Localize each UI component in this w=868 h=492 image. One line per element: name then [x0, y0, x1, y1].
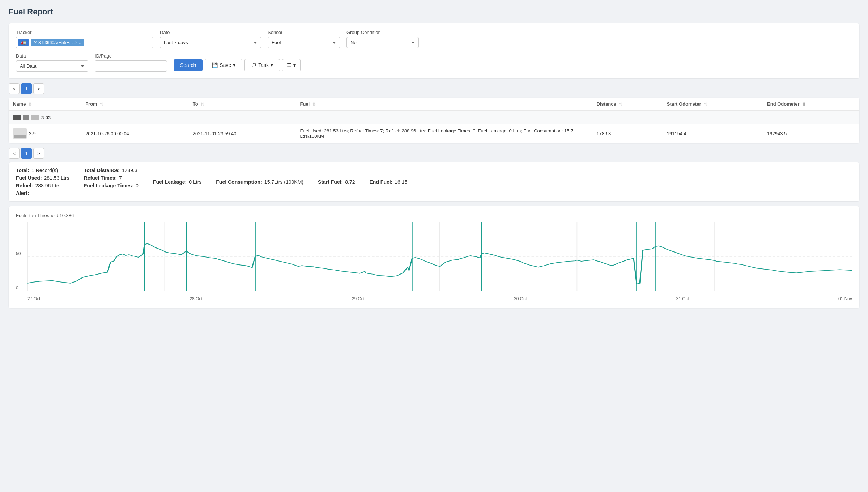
table-row: 3-9... 2021-10-26 00:00:04 2021-11-01 23… — [9, 124, 859, 143]
columns-button[interactable]: ☰ ▾ — [282, 59, 301, 71]
sort-start-odo-icon: ⇅ — [704, 102, 707, 107]
name-icon-dark — [13, 115, 21, 120]
idpage-label: ID/Page — [95, 53, 167, 59]
data-table: Name ⇅ From ⇅ To ⇅ Fuel ⇅ Distance ⇅ Sta… — [9, 98, 859, 143]
date-label: Date — [160, 30, 261, 35]
end-fuel-label: End Fuel: — [370, 179, 393, 185]
idpage-input[interactable]: 100 — [95, 60, 167, 72]
tracker-label: Tracker — [16, 30, 153, 35]
truck-icon: 🚛 — [18, 39, 29, 46]
fuel-leakage-value: 0 Ltrs — [189, 179, 201, 185]
bottom-pagination: < 1 > — [9, 148, 859, 159]
fuel-used-value: 281.53 Ltrs — [44, 175, 69, 181]
page-num-btn-bottom[interactable]: 1 — [21, 148, 32, 159]
col-distance: Distance ⇅ — [592, 98, 662, 111]
chart-y-axis: 50 0 — [16, 222, 26, 291]
tracker-tag[interactable]: ✕ 3-93660/VH55E... .2... — [31, 39, 84, 46]
page-title: Fuel Report — [9, 7, 859, 17]
x-label-27oct: 27 Oct — [27, 296, 40, 301]
row-from: 2021-10-26 00:00:04 — [81, 124, 188, 143]
row-fuel: Fuel Used: 281.53 Ltrs; Refuel Times: 7;… — [295, 124, 592, 143]
tracker-tag-close[interactable]: ✕ — [34, 40, 37, 45]
row-start-odometer: 191154.4 — [663, 124, 763, 143]
col-fuel: Fuel ⇅ — [295, 98, 592, 111]
chart-wrap: 50 0 — [16, 222, 852, 301]
total-value: 1 Record(s) — [31, 167, 58, 173]
start-fuel-label: Start Fuel: — [318, 179, 343, 185]
group-condition-label: Group Condition — [346, 30, 419, 35]
fuel-leakage-times-value: 0 — [136, 183, 139, 188]
sort-end-odo-icon: ⇅ — [802, 102, 805, 107]
table-row: 3-93... — [9, 111, 859, 124]
group-row-label: 3-93... — [41, 115, 55, 120]
sensor-select[interactable]: Fuel — [268, 37, 340, 48]
y-label-bot: 0 — [16, 285, 26, 290]
refuel-label: Refuel: — [16, 183, 33, 188]
vehicle-thumbnail — [13, 128, 27, 139]
alert-label: Alert: — [16, 190, 29, 196]
x-label-01nov: 01 Nov — [838, 296, 852, 301]
chart-title: Fuel(Ltrs) Threshold:10.886 — [16, 213, 852, 218]
row-end-odometer: 192943.5 — [763, 124, 859, 143]
col-end-odometer: End Odometer ⇅ — [763, 98, 859, 111]
fuel-leakage-label: Fuel Leakage: — [153, 179, 187, 185]
task-icon: ⏱ — [251, 62, 256, 68]
name-icon-light — [31, 115, 39, 120]
y-label-mid: 50 — [16, 251, 26, 256]
group-row-name: 3-93... — [13, 115, 855, 120]
x-label-29oct: 29 Oct — [352, 296, 365, 301]
sort-name-icon: ⇅ — [29, 102, 32, 107]
fuel-chart-svg — [27, 222, 852, 291]
search-button[interactable]: Search — [174, 59, 203, 71]
total-distance-label: Total Distance: — [84, 167, 120, 173]
tracker-tag-value: 3-93660/VH55E... .2... — [38, 40, 81, 45]
row-to: 2021-11-01 23:59:40 — [188, 124, 296, 143]
fuel-consumption-value: 15.7Ltrs (100KM) — [264, 179, 303, 185]
chart-section: Fuel(Ltrs) Threshold:10.886 50 0 — [9, 206, 859, 308]
date-select[interactable]: Last 7 days — [160, 37, 261, 48]
columns-chevron: ▾ — [293, 62, 296, 68]
tracker-input-wrap[interactable]: 🚛 ✕ 3-93660/VH55E... .2... — [16, 37, 153, 48]
x-label-31oct: 31 Oct — [676, 296, 689, 301]
refuel-times-value: 7 — [119, 175, 122, 181]
col-from: From ⇅ — [81, 98, 188, 111]
save-button[interactable]: 💾 Save ▾ — [205, 59, 242, 71]
x-label-30oct: 30 Oct — [514, 296, 527, 301]
top-pagination: < 1 > — [9, 83, 859, 94]
fuel-consumption-label: Fuel Consumption: — [216, 179, 262, 185]
group-condition-select[interactable]: No — [346, 37, 419, 48]
start-fuel-value: 8.72 — [345, 179, 355, 185]
next-page-btn-top[interactable]: > — [33, 83, 44, 94]
data-label: Data — [16, 53, 88, 59]
page-num-btn-top[interactable]: 1 — [21, 83, 32, 94]
x-label-28oct: 28 Oct — [190, 296, 202, 301]
summary-section: Total: 1 Record(s) Fuel Used: 281.53 Ltr… — [9, 162, 859, 201]
col-to: To ⇅ — [188, 98, 296, 111]
prev-page-btn-bottom[interactable]: < — [9, 148, 20, 159]
task-chevron: ▾ — [271, 62, 273, 68]
task-button[interactable]: ⏱ Task ▾ — [244, 59, 280, 71]
sort-from-icon: ⇅ — [100, 102, 103, 107]
columns-icon: ☰ — [287, 62, 292, 68]
total-distance-value: 1789.3 — [122, 167, 137, 173]
end-fuel-value: 16.15 — [395, 179, 407, 185]
sort-to-icon: ⇅ — [201, 102, 204, 107]
total-label: Total: — [16, 167, 29, 173]
sort-fuel-icon: ⇅ — [312, 102, 316, 107]
data-select[interactable]: All Data — [16, 60, 88, 72]
refuel-value: 288.96 Ltrs — [35, 183, 60, 188]
chart-x-axis: 27 Oct 28 Oct 29 Oct 30 Oct 31 Oct 01 No… — [27, 296, 852, 301]
sensor-label: Sensor — [268, 30, 340, 35]
col-start-odometer: Start Odometer ⇅ — [663, 98, 763, 111]
prev-page-btn-top[interactable]: < — [9, 83, 20, 94]
fuel-used-label: Fuel Used: — [16, 175, 42, 181]
next-page-btn-bottom[interactable]: > — [33, 148, 44, 159]
col-name: Name ⇅ — [9, 98, 81, 111]
refuel-times-label: Refuel Times: — [84, 175, 117, 181]
row-distance: 1789.3 — [592, 124, 662, 143]
fuel-leakage-times-label: Fuel Leakage Times: — [84, 183, 133, 188]
row-name-text: 3-9... — [29, 131, 40, 136]
save-icon: 💾 — [212, 62, 218, 68]
name-icon-mid — [23, 115, 29, 120]
sort-distance-icon: ⇅ — [619, 102, 622, 107]
